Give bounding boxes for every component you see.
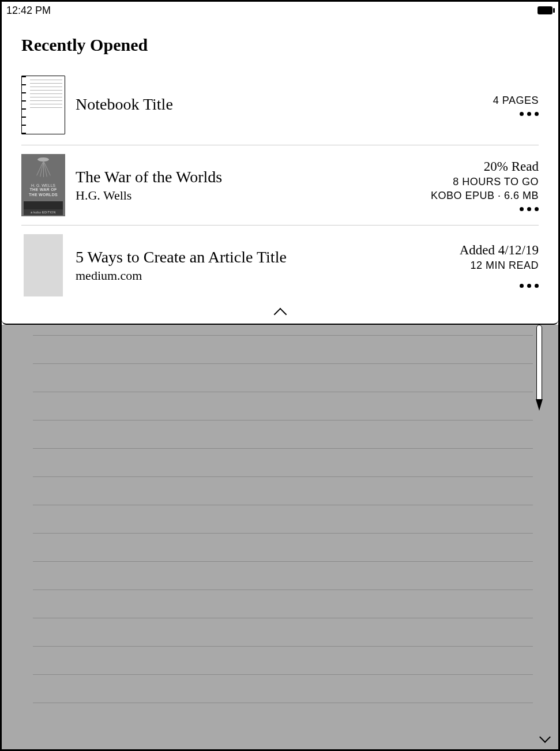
- clock: 12:42 PM: [6, 5, 51, 17]
- meta-line: 12 MIN READ: [470, 260, 539, 272]
- meta-line: Added 4/12/19: [460, 243, 539, 258]
- battery-icon: [538, 6, 553, 14]
- item-meta: 20% Read 8 HOURS TO GO KOBO EPUB · 6.6 M…: [431, 159, 539, 211]
- item-subtitle: H.G. Wells: [76, 188, 420, 203]
- cover-title-line: THE WORLDS: [24, 193, 63, 197]
- list-item[interactable]: 5 Ways to Create an Article Title medium…: [21, 226, 539, 305]
- section-title: Recently Opened: [2, 17, 558, 65]
- item-main: Notebook Title: [76, 95, 483, 115]
- more-icon[interactable]: [520, 273, 539, 288]
- list-item[interactable]: H. G. WELLS THE WAR OF THE WORLDS a kobo…: [21, 145, 539, 226]
- item-title: 5 Ways to Create an Article Title: [76, 247, 318, 267]
- chevron-up-icon: [273, 308, 287, 321]
- stylus-icon[interactable]: [535, 325, 543, 414]
- thumbnail: [21, 76, 65, 134]
- item-main: The War of the Worlds H.G. Wells: [76, 167, 420, 203]
- meta-line: 8 HOURS TO GO: [453, 176, 539, 188]
- thumbnail: [21, 236, 65, 295]
- recently-opened-panel: 12:42 PM Recently Opened Notebook Title …: [2, 2, 558, 325]
- list-item[interactable]: Notebook Title 4 PAGES: [21, 65, 539, 145]
- cover-title-line: THE WAR OF: [24, 187, 63, 192]
- book-cover-icon: H. G. WELLS THE WAR OF THE WORLDS a kobo…: [21, 154, 65, 216]
- item-main: 5 Ways to Create an Article Title medium…: [76, 247, 449, 283]
- status-bar: 12:42 PM: [2, 2, 558, 17]
- item-subtitle: medium.com: [76, 268, 449, 283]
- chevron-down-icon: [539, 731, 551, 743]
- collapse-handle[interactable]: [2, 310, 558, 321]
- notebook-canvas[interactable]: [2, 325, 558, 749]
- meta-line: 4 PAGES: [493, 95, 539, 107]
- device-frame: 12:42 PM Recently Opened Notebook Title …: [0, 0, 560, 751]
- meta-line: 20% Read: [484, 159, 539, 174]
- item-title: The War of the Worlds: [76, 167, 420, 187]
- expand-handle[interactable]: [541, 733, 549, 744]
- blank-thumb-icon: [24, 234, 63, 296]
- thumbnail: H. G. WELLS THE WAR OF THE WORLDS a kobo…: [21, 156, 65, 215]
- recent-list: Notebook Title 4 PAGES: [2, 65, 558, 305]
- more-icon[interactable]: [520, 204, 539, 211]
- more-icon[interactable]: [520, 108, 539, 116]
- cover-edition: a kobo EDITION: [24, 209, 63, 215]
- item-meta: Added 4/12/19 12 MIN READ: [460, 243, 539, 288]
- notebook-icon: [21, 76, 65, 134]
- item-meta: 4 PAGES: [493, 95, 539, 116]
- item-title: Notebook Title: [76, 95, 483, 114]
- cover-author: H. G. WELLS: [24, 183, 63, 187]
- meta-line: KOBO EPUB · 6.6 MB: [431, 190, 539, 202]
